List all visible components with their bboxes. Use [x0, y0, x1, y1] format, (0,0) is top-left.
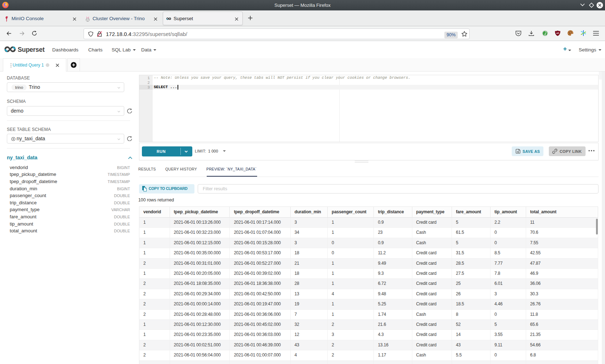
- svg-text:uO: uO: [556, 32, 559, 34]
